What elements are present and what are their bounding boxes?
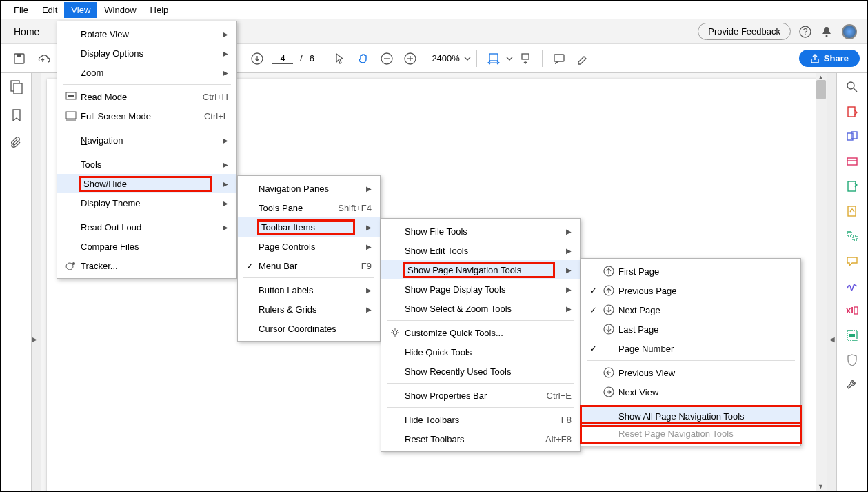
menu-tools-pane[interactable]: Tools PaneShift+F4 [238,198,380,217]
svg-rect-21 [847,158,857,165]
menu-rotate-view[interactable]: Rotate View▶ [57,24,236,43]
save-icon[interactable] [8,48,30,70]
protect-icon[interactable] [845,353,859,367]
menu-tools[interactable]: Tools▶ [57,155,236,174]
menu-view[interactable]: View [64,2,97,18]
menu-help[interactable]: Help [143,2,176,18]
menu-display-options[interactable]: Display Options▶ [57,43,236,63]
menu-next-view[interactable]: Next View [581,382,800,402]
comment-tool-icon[interactable] [845,254,859,268]
down-arrow-circle-icon[interactable] [246,48,268,70]
menu-cursor-coordinates[interactable]: Cursor Coordinates [238,319,380,338]
menu-rulers-grids[interactable]: Rulers & Grids▶ [238,299,380,319]
menu-previous-page[interactable]: ✓Previous Page [581,281,800,300]
comment-icon[interactable] [548,48,570,70]
fill-sign-icon[interactable] [845,204,859,218]
menu-show-recent-tools[interactable]: Show Recently Used Tools [381,362,580,381]
menu-page-number[interactable]: ✓Page Number [581,339,800,358]
menu-show-page-display-tools[interactable]: Show Page Display Tools▶ [381,279,580,299]
menu-compare-files[interactable]: Compare Files [57,237,236,256]
toolbar-items-menu: Show File Tools▶ Show Edit Tools▶ Show P… [381,218,581,452]
page-current-field[interactable] [270,53,296,64]
zoom-in-icon[interactable] [399,48,421,70]
menu-tracker[interactable]: Tracker... [57,256,236,275]
vertical-scrollbar[interactable]: ▲▼ [816,73,827,491]
menu-show-properties-bar[interactable]: Show Properties BarCtrl+E [381,386,580,405]
hand-tool-icon[interactable] [352,48,374,70]
svg-line-17 [854,88,857,92]
svg-rect-4 [17,54,21,57]
svg-rect-25 [847,232,851,236]
menu-show-page-navigation-tools[interactable]: Show Page Navigation Tools▶ [381,260,580,279]
menu-navigation-panes[interactable]: Navigation Panes▶ [238,179,380,198]
menu-last-page[interactable]: Last Page [581,319,800,339]
menu-show-select-zoom-tools[interactable]: Show Select & Zoom Tools▶ [381,299,580,318]
sign-icon[interactable] [845,279,859,293]
show-hide-menu: Navigation Panes▶ Tools PaneShift+F4 Too… [237,175,381,342]
right-gutter[interactable]: ◀ [827,73,836,491]
zoom-out-icon[interactable] [376,48,398,70]
zoom-value[interactable] [423,53,463,63]
menu-previous-view[interactable]: Previous View [581,363,800,382]
request-sign-icon[interactable] [845,179,859,193]
menu-zoom[interactable]: Zoom▶ [57,63,236,82]
menubar: File Edit View Window Help [1,1,867,19]
menu-read-out-loud[interactable]: Read Out Loud▶ [57,217,236,237]
menu-window[interactable]: Window [97,2,143,18]
provide-feedback-button[interactable]: Provide Feedback [698,23,791,40]
chevron-down-icon[interactable] [506,55,513,62]
left-gutter[interactable]: ▶ [32,73,41,491]
svg-rect-11 [489,54,498,61]
svg-rect-32 [68,95,74,97]
fit-width-icon[interactable] [483,48,505,70]
menu-show-edit-tools[interactable]: Show Edit Tools▶ [381,241,580,260]
menu-hide-quick-tools[interactable]: Hide Quick Tools [381,342,580,362]
bookmark-panel-icon[interactable] [12,109,21,121]
menu-menu-bar[interactable]: ✓Menu BarF9 [238,256,380,275]
menu-show-all-nav-tools[interactable]: Show All Page Navigation Tools [581,406,800,426]
menu-show-file-tools[interactable]: Show File Tools▶ [381,222,580,241]
svg-rect-30 [849,334,855,337]
search-tool-icon[interactable] [845,80,859,94]
svg-text:?: ? [803,26,807,37]
cloud-upload-icon[interactable] [32,48,54,70]
menu-full-screen[interactable]: Full Screen ModeCtrl+L [57,106,236,126]
left-nav-rail [1,73,32,491]
chevron-down-icon[interactable] [464,55,471,62]
selection-cursor-icon[interactable] [329,48,351,70]
svg-point-37 [393,331,397,335]
menu-hide-toolbars[interactable]: Hide ToolbarsF8 [381,410,580,429]
compress-icon[interactable]: xl [845,304,859,317]
attachments-panel-icon[interactable] [11,137,22,149]
scroll-mode-icon[interactable] [514,48,536,70]
pages-panel-icon[interactable] [10,80,23,94]
highlight-icon[interactable] [572,48,594,70]
organize-icon[interactable] [845,229,859,243]
share-button[interactable]: Share [799,50,860,67]
help-icon[interactable]: ? [799,26,811,38]
menu-next-page[interactable]: ✓Next Page [581,300,800,319]
menu-toolbar-items[interactable]: Toolbar Items▶ [238,217,380,237]
menu-customize-quick-tools[interactable]: Customize Quick Tools... [381,323,580,342]
menu-button-labels[interactable]: Button Labels▶ [238,280,380,299]
create-pdf-icon[interactable] [845,130,859,144]
redact-icon[interactable] [845,328,859,342]
menu-file[interactable]: File [7,2,35,18]
menu-show-hide[interactable]: Show/Hide▶ [57,174,236,193]
menu-reset-nav-tools[interactable]: Reset Page Navigation Tools [581,424,800,443]
menu-reset-toolbars[interactable]: Reset ToolbarsAlt+F8 [381,429,580,449]
menu-display-theme[interactable]: Display Theme▶ [57,193,236,213]
menu-read-mode[interactable]: Read ModeCtrl+H [57,87,236,106]
export-pdf-icon[interactable] [845,105,859,119]
view-menu: Rotate View▶ Display Options▶ Zoom▶ Read… [57,21,237,279]
menu-navigation[interactable]: Navigation▶ [57,130,236,150]
home-tab[interactable]: Home [1,21,52,43]
avatar[interactable] [842,24,857,39]
menu-page-controls[interactable]: Page Controls▶ [238,237,380,256]
edit-pdf-icon[interactable] [845,155,859,168]
menu-edit[interactable]: Edit [35,2,64,18]
menu-first-page[interactable]: First Page [581,262,800,281]
more-tools-icon[interactable] [845,378,859,392]
bell-icon[interactable] [821,26,832,38]
svg-rect-33 [66,112,76,119]
